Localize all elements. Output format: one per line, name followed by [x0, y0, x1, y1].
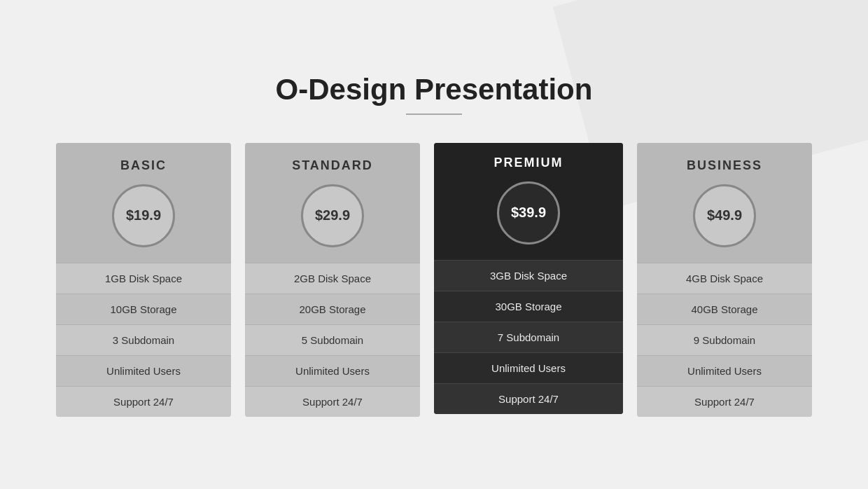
feature-row-basic-1: 10GB Storage — [56, 294, 231, 324]
pricing-card-basic: BASIC$19.91GB Disk Space10GB Storage3 Su… — [56, 143, 231, 417]
feature-row-premium-1: 30GB Storage — [434, 291, 623, 322]
feature-row-basic-4: Support 24/7 — [56, 386, 231, 417]
pricing-card-premium: PREMIUM$39.93GB Disk Space30GB Storage7 … — [434, 143, 623, 414]
feature-row-basic-3: Unlimited Users — [56, 355, 231, 386]
feature-row-basic-0: 1GB Disk Space — [56, 263, 231, 294]
price-circle-premium: $39.9 — [497, 181, 560, 245]
pricing-card-standard: STANDARD$29.92GB Disk Space20GB Storage5… — [245, 143, 420, 417]
plan-name-business: BUSINESS — [644, 158, 805, 173]
plan-name-standard: STANDARD — [252, 158, 413, 173]
feature-row-premium-4: Support 24/7 — [434, 383, 623, 414]
feature-row-standard-4: Support 24/7 — [245, 386, 420, 417]
feature-row-premium-0: 3GB Disk Space — [434, 260, 623, 291]
feature-row-business-2: 9 Subdomain — [637, 324, 812, 355]
feature-row-premium-2: 7 Subdomain — [434, 322, 623, 352]
price-circle-basic: $19.9 — [112, 184, 175, 247]
page-title: O-Design Presentation — [276, 73, 593, 106]
feature-row-standard-3: Unlimited Users — [245, 355, 420, 386]
card-header-premium: PREMIUM$39.9 — [434, 143, 623, 260]
card-header-standard: STANDARD$29.9 — [245, 143, 420, 263]
feature-row-standard-2: 5 Subdomain — [245, 324, 420, 355]
card-header-basic: BASIC$19.9 — [56, 143, 231, 263]
feature-row-standard-1: 20GB Storage — [245, 294, 420, 324]
plan-name-basic: BASIC — [63, 158, 224, 173]
feature-row-business-4: Support 24/7 — [637, 386, 812, 417]
price-circle-business: $49.9 — [693, 184, 756, 247]
feature-row-business-0: 4GB Disk Space — [637, 263, 812, 294]
feature-row-business-3: Unlimited Users — [637, 355, 812, 386]
feature-row-premium-3: Unlimited Users — [434, 352, 623, 383]
pricing-cards-container: BASIC$19.91GB Disk Space10GB Storage3 Su… — [56, 143, 812, 417]
plan-name-premium: PREMIUM — [441, 156, 616, 170]
feature-row-standard-0: 2GB Disk Space — [245, 263, 420, 294]
feature-row-basic-2: 3 Subdomain — [56, 324, 231, 355]
pricing-card-business: BUSINESS$49.94GB Disk Space40GB Storage9… — [637, 143, 812, 417]
feature-row-business-1: 40GB Storage — [637, 294, 812, 324]
card-header-business: BUSINESS$49.9 — [637, 143, 812, 263]
price-circle-standard: $29.9 — [301, 184, 364, 247]
title-divider — [406, 113, 462, 115]
